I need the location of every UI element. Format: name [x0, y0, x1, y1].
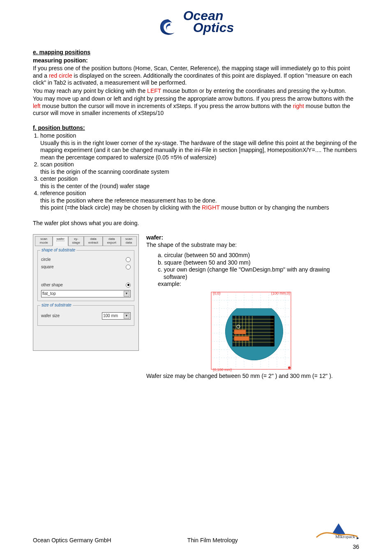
radio-other-shape[interactable] [126, 283, 131, 288]
paragraph: The wafer plot shows what you are doing. [33, 220, 359, 227]
dropdown-value: 100 mm [103, 313, 118, 318]
svg-text:Mikropack: Mikropack [335, 534, 355, 539]
list-item: center position this is the center of th… [40, 175, 359, 190]
chevron-down-icon: ▼ [124, 291, 129, 297]
paragraph: You may reach any point by clicking with… [33, 88, 359, 95]
radio-label-square: square [41, 265, 54, 269]
list-item-body: this is the origin of the scanning coord… [40, 168, 359, 176]
svg-marker-39 [332, 523, 345, 534]
dropdown-value: flat_top [42, 291, 56, 296]
footer-center: Thin Film Metrology [187, 537, 238, 543]
page-number: 36 [353, 543, 359, 550]
list-item: c. your own design (change file "OwnDesi… [158, 266, 359, 274]
inline-red: left [33, 103, 41, 109]
example-label: example: [158, 281, 359, 288]
paragraph: If you press one of the position buttons… [33, 65, 359, 87]
wave-icon [158, 18, 178, 39]
wafer-size-label: wafer size [41, 313, 60, 318]
brand-logo: Ocean Optics [33, 10, 359, 39]
list-item: reference position this is the position … [40, 190, 359, 212]
paragraph: The shape of the substrate may be: [146, 242, 359, 249]
position-list: home position Usually this is in the rig… [33, 132, 359, 212]
tab-xy-stage[interactable]: xy-stage [68, 236, 84, 246]
inline-red: red circle [49, 72, 72, 79]
tab-data-export[interactable]: data export [103, 236, 121, 246]
radio-circle[interactable] [126, 257, 131, 262]
group-legend: shape of substrate [40, 248, 76, 252]
svg-rect-36 [234, 336, 249, 341]
heading-e: e. mapping positions [33, 49, 90, 55]
paragraph: You may move up and down or left and rig… [33, 95, 359, 117]
chevron-down-icon: ▼ [124, 313, 129, 319]
list-item-body: this is the position where the reference… [40, 197, 359, 212]
group-size: size of substrate wafer size 100 mm ▼ [37, 305, 134, 326]
inline-red: LEFT [147, 88, 161, 94]
radio-square[interactable] [126, 265, 131, 269]
tab-strip: scan mode wafer xy-stage data extract da… [35, 236, 137, 246]
svg-point-38 [288, 366, 291, 369]
svg-marker-41 [357, 537, 359, 539]
wafer-tab-panel: scan mode wafer xy-stage data extract da… [33, 234, 139, 351]
list-item-body: Usually this is in the right lower corne… [40, 140, 359, 161]
tab-scan-mode[interactable]: scan mode [35, 236, 53, 246]
tab-scan-data[interactable]: scan data [121, 236, 137, 246]
paragraph: Wafer size may be changed between 50 mm … [146, 373, 359, 380]
list-item: software) [158, 274, 359, 281]
other-shape-dropdown[interactable]: flat_top ▼ [41, 290, 131, 297]
inline-red: right [293, 103, 304, 109]
svg-rect-35 [234, 330, 246, 334]
radio-label-other: other shape [41, 283, 63, 287]
list-item: home position Usually this is in the rig… [40, 132, 359, 161]
example-waferplot: (0,0) (100 mm,0) (0,100 mm) [208, 290, 294, 373]
inline-red: RIGHT [202, 204, 219, 211]
mikropack-logo: Mikropack [314, 523, 359, 543]
list-item: scan position this is the origin of the … [40, 161, 359, 175]
heading-wafer: wafer: [146, 234, 163, 241]
svg-rect-20 [270, 316, 274, 346]
list-item-body: this is the center of the (round) wafer … [40, 183, 359, 190]
group-legend: size of substrate [40, 303, 73, 307]
subheading-e: measuring position: [33, 57, 88, 64]
overlay-tr: (100 mm,0) [271, 291, 290, 295]
tab-data-extract[interactable]: data extract [84, 236, 103, 246]
group-shape: shape of substrate circle square other s… [37, 250, 134, 301]
wafer-size-dropdown[interactable]: 100 mm ▼ [102, 312, 131, 320]
list-item: a. circular (between 50 and 300mm) [158, 252, 359, 259]
radio-label-circle: circle [41, 257, 51, 262]
heading-f: f. position buttons: [33, 124, 85, 131]
logo-line2: Optics [193, 20, 234, 35]
footer-left: Ocean Optics Germany GmbH [33, 537, 111, 543]
tab-wafer[interactable]: wafer [53, 236, 68, 246]
overlay-tl: (0,0) [213, 291, 221, 295]
list-item: b. square (between 50 and 300 mm) [158, 259, 359, 267]
overlay-bl: (0,100 mm) [213, 368, 232, 372]
